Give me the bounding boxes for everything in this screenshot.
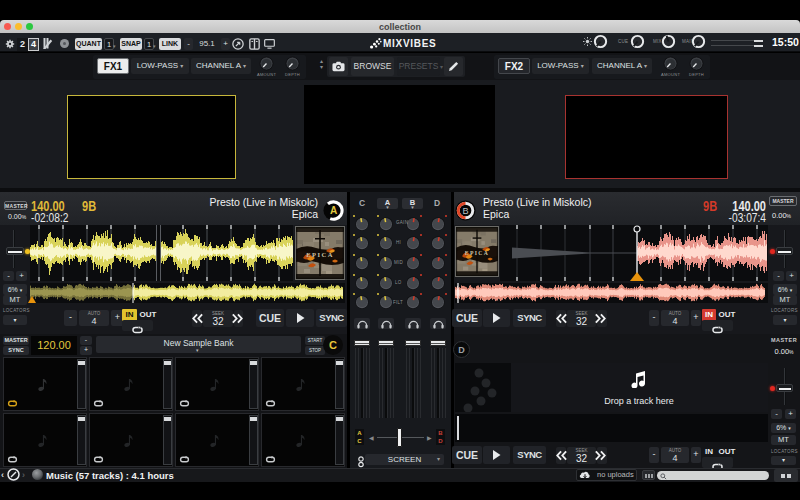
svg-text:B: B [462,206,468,216]
svg-text:A: A [330,205,337,216]
svg-text:EPICA: EPICA [465,250,489,256]
svg-text:EPICA: EPICA [306,251,334,258]
